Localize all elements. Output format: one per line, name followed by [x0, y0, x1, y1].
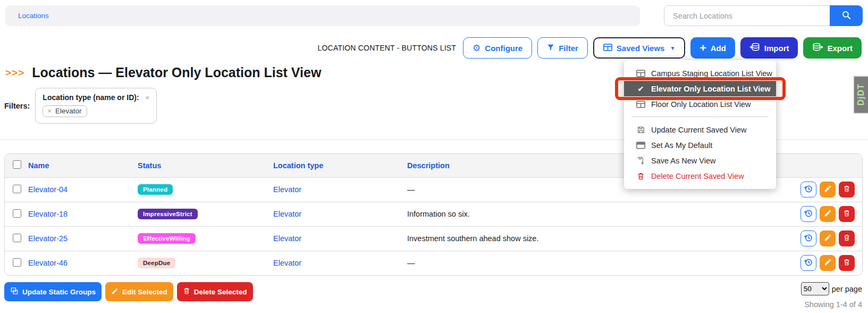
- saved-views-menu: Campus Staging Location List View✔Elevat…: [624, 60, 776, 189]
- history-icon: [804, 209, 813, 220]
- menu-action[interactable]: Save As New View: [624, 153, 776, 168]
- debug-toolbar-label: DjDT: [856, 84, 866, 105]
- location-type-link[interactable]: Elevator: [273, 210, 301, 218]
- saved-view-option[interactable]: Campus Staging Location List View: [624, 65, 776, 81]
- location-type-link[interactable]: Elevator: [273, 234, 301, 243]
- footer-row: Update Static Groups Edit Selected Delet…: [4, 282, 862, 309]
- saved-views-button[interactable]: Saved Views ▼: [593, 37, 686, 59]
- pencil-icon: [111, 287, 119, 296]
- row-checkbox[interactable]: [13, 185, 21, 193]
- history-button[interactable]: [800, 182, 816, 197]
- table-default-icon: [636, 142, 646, 149]
- row-checkbox[interactable]: [13, 234, 21, 242]
- location-type-link[interactable]: Elevator: [273, 185, 301, 194]
- table-body: Elevator-04PlannedElevator—Elevator-18Im…: [5, 177, 862, 275]
- menu-action-label: Save As New View: [651, 156, 715, 165]
- row-delete-button[interactable]: [839, 182, 855, 197]
- menu-action[interactable]: Set As My Default: [624, 137, 776, 153]
- search-group: [664, 5, 863, 26]
- update-static-groups-button[interactable]: Update Static Groups: [4, 282, 102, 301]
- check-icon: ✔: [636, 84, 646, 94]
- edit-selected-label: Edit Selected: [122, 288, 167, 296]
- showing-count: Showing 1-4 of 4: [804, 300, 862, 309]
- database-export-icon: [812, 43, 823, 53]
- per-page-select[interactable]: 50: [801, 282, 829, 295]
- filters-label: Filters:: [4, 102, 30, 110]
- export-button[interactable]: Export: [803, 37, 862, 59]
- saved-view-option-selected[interactable]: ✔Elevator Only Location List View: [624, 81, 776, 96]
- trash-icon: [843, 209, 850, 219]
- trash-icon: [843, 185, 850, 194]
- breadcrumb-link-locations[interactable]: Locations: [18, 12, 49, 20]
- funnel-icon: [547, 44, 554, 53]
- saved-view-option-label: Floor Only Location List View: [651, 100, 751, 109]
- saved-view-option[interactable]: Floor Only Location List View: [624, 96, 776, 112]
- select-all-checkbox[interactable]: [13, 160, 21, 169]
- filter-group-label: Location type (name or ID):: [43, 93, 139, 102]
- menu-action-label: Update Current Saved View: [651, 126, 746, 134]
- row-checkbox[interactable]: [13, 258, 21, 267]
- add-button[interactable]: + Add: [690, 37, 735, 59]
- row-edit-button[interactable]: [820, 230, 836, 246]
- pagination: 50 per page Showing 1-4 of 4: [801, 282, 862, 309]
- edit-selected-button[interactable]: Edit Selected: [105, 282, 173, 301]
- search-input[interactable]: [664, 5, 830, 26]
- history-button[interactable]: [800, 255, 816, 271]
- delete-selected-button[interactable]: Delete Selected: [177, 282, 253, 301]
- history-icon: [804, 233, 813, 244]
- chip-label: Elevator: [55, 107, 82, 115]
- history-icon: [804, 184, 813, 195]
- row-edit-button[interactable]: [820, 182, 836, 197]
- row-checkbox[interactable]: [13, 209, 21, 218]
- pencil-icon: [824, 209, 832, 219]
- import-label: Import: [764, 44, 789, 53]
- location-name-link[interactable]: Elevator-18: [28, 210, 68, 218]
- table-row: Elevator-25EffectiveWillingElevatorInves…: [5, 226, 862, 251]
- history-button[interactable]: [800, 206, 816, 222]
- row-edit-button[interactable]: [820, 206, 836, 222]
- gear-icon: ⚙: [473, 44, 481, 53]
- location-name-link[interactable]: Elevator-46: [28, 259, 68, 267]
- menu-action[interactable]: Update Current Saved View: [624, 122, 776, 137]
- configure-button[interactable]: ⚙ Configure: [463, 37, 532, 59]
- header-name[interactable]: Name: [28, 154, 138, 177]
- filter-button[interactable]: Filter: [537, 37, 588, 59]
- table-layout-icon: [636, 101, 646, 108]
- row-delete-button[interactable]: [839, 206, 855, 222]
- header-location-type[interactable]: Location type: [273, 154, 407, 177]
- menu-action[interactable]: Delete Current Saved View: [624, 168, 776, 184]
- context-label: LOCATION CONTENT - BUTTONS LIST: [318, 44, 457, 52]
- location-name-link[interactable]: Elevator-25: [28, 234, 68, 243]
- row-edit-button[interactable]: [820, 255, 836, 271]
- menu-action-label: Delete Current Saved View: [651, 172, 744, 180]
- filter-chip: × Elevator: [43, 105, 87, 117]
- location-type-link[interactable]: Elevator: [273, 259, 301, 267]
- search-button[interactable]: [830, 5, 863, 26]
- header-status[interactable]: Status: [138, 154, 273, 177]
- saved-view-option-label: Campus Staging Location List View: [651, 69, 772, 78]
- filter-group-remove-icon[interactable]: ×: [146, 94, 150, 102]
- save-icon: [636, 126, 646, 134]
- description-text: —: [407, 259, 415, 267]
- update-static-groups-label: Update Static Groups: [22, 288, 96, 296]
- row-delete-button[interactable]: [839, 230, 855, 246]
- status-badge: DeepDue: [138, 258, 175, 268]
- toolbar: LOCATION CONTENT - BUTTONS LIST ⚙ Config…: [0, 37, 862, 59]
- database-import-icon: [749, 43, 760, 53]
- row-delete-button[interactable]: [839, 255, 855, 271]
- filter-label: Filter: [559, 44, 578, 53]
- search-icon: [841, 10, 852, 22]
- import-button[interactable]: Import: [740, 37, 798, 59]
- pencil-icon: [824, 185, 832, 194]
- history-icon: [804, 258, 813, 269]
- configure-label: Configure: [485, 44, 523, 53]
- description-text: Information so six.: [407, 210, 470, 218]
- status-badge: Planned: [138, 184, 173, 195]
- debug-toolbar-handle[interactable]: DjDT: [853, 76, 868, 114]
- history-button[interactable]: [800, 230, 816, 246]
- chip-remove-icon[interactable]: ×: [47, 107, 52, 115]
- status-badge: EffectiveWilling: [138, 233, 196, 244]
- saved-views-menu-actions: Update Current Saved ViewSet As My Defau…: [624, 122, 776, 184]
- location-name-link[interactable]: Elevator-04: [28, 185, 68, 194]
- description-text: Investment southern ahead show size.: [407, 234, 538, 243]
